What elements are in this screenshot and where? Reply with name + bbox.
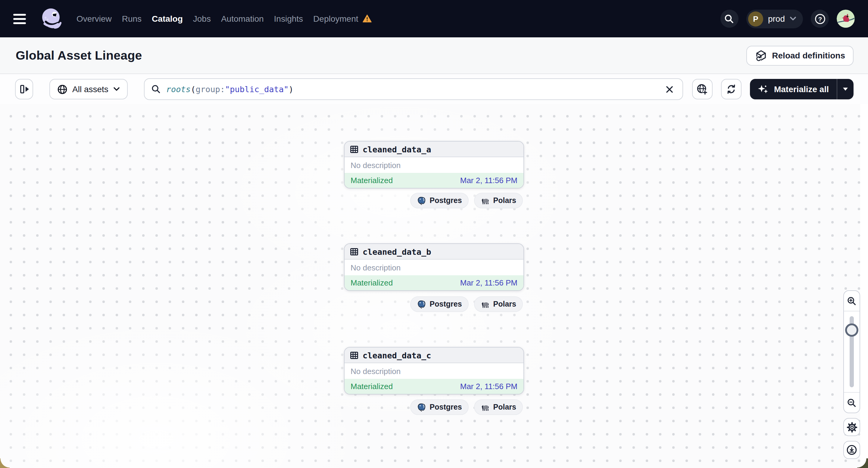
- status-badge: Materialized: [350, 176, 393, 185]
- query-close-paren: ): [288, 84, 293, 94]
- asset-name: cleaned_data_a: [363, 144, 431, 154]
- nav-item-jobs[interactable]: Jobs: [193, 14, 211, 24]
- asset-tags-row: Postgres Polars: [344, 399, 523, 415]
- deployment-initial-badge: P: [748, 11, 763, 26]
- hamburger-menu-button[interactable]: [13, 10, 31, 28]
- app-window: Overview Runs Catalog Jobs Automation In…: [0, 0, 868, 468]
- download-image-button[interactable]: [843, 441, 860, 459]
- asset-node-cleaned-data-c[interactable]: cleaned_data_c No description Materializ…: [344, 347, 524, 395]
- asset-status-bar: Materialized Mar 2, 11:56 PM: [345, 173, 523, 188]
- new-selection-tab-button[interactable]: [692, 79, 713, 99]
- nav-item-overview[interactable]: Overview: [76, 14, 112, 24]
- asset-node-header: cleaned_data_b: [345, 244, 523, 259]
- graph-settings-button[interactable]: [843, 418, 860, 436]
- zoom-slider-thumb[interactable]: [845, 323, 858, 337]
- nav-item-automation[interactable]: Automation: [221, 14, 264, 24]
- zoom-out-icon: [847, 398, 857, 407]
- asset-selection-input[interactable]: roots(group:"public_data"): [144, 78, 683, 100]
- deployment-switcher[interactable]: P prod: [746, 9, 803, 28]
- tag-label: Postgres: [430, 196, 462, 205]
- materialization-timestamp[interactable]: Mar 2, 11:56 PM: [460, 176, 518, 185]
- polars-icon: [481, 403, 490, 412]
- asset-tags-row: Postgres Polars: [344, 297, 523, 312]
- sparkles-icon: [758, 84, 769, 95]
- asset-scope-label: All assets: [72, 84, 108, 94]
- chevron-down-icon: [790, 16, 796, 21]
- top-nav-right: P prod ?: [720, 9, 855, 28]
- refresh-graph-button[interactable]: [721, 79, 742, 99]
- tag-label: Postgres: [430, 403, 462, 411]
- tag-polars[interactable]: Polars: [474, 399, 523, 415]
- polars-icon: [481, 300, 490, 309]
- octopus-logo-icon: [40, 7, 63, 30]
- help-icon: ?: [814, 13, 826, 24]
- postgres-icon: [417, 196, 426, 205]
- help-button[interactable]: ?: [811, 10, 829, 28]
- materialize-all-label: Materialize all: [774, 84, 829, 94]
- close-icon: [666, 85, 674, 93]
- zoom-in-icon: [847, 296, 857, 306]
- table-asset-icon: [350, 247, 359, 256]
- globe-plus-icon: [696, 84, 708, 95]
- asset-node-cleaned-data-a[interactable]: cleaned_data_a No description Materializ…: [344, 141, 524, 189]
- user-avatar[interactable]: [837, 10, 855, 28]
- page-header: Global Asset Lineage Reload definitions: [0, 37, 868, 74]
- warning-icon: [363, 14, 372, 23]
- reload-definitions-label: Reload definitions: [772, 51, 845, 60]
- tag-postgres[interactable]: Postgres: [410, 297, 469, 312]
- globe-icon: [57, 84, 67, 94]
- asset-scope-dropdown[interactable]: All assets: [50, 79, 128, 99]
- materialize-options-button[interactable]: [837, 79, 854, 99]
- asset-node-header: cleaned_data_a: [345, 142, 523, 157]
- materialize-all-button[interactable]: Materialize all: [750, 79, 837, 99]
- top-nav: Overview Runs Catalog Jobs Automation In…: [0, 0, 868, 37]
- query-value: "public_data": [225, 84, 288, 94]
- search-icon: [724, 13, 735, 24]
- tag-postgres[interactable]: Postgres: [410, 193, 469, 209]
- asset-node-header: cleaned_data_c: [345, 347, 523, 363]
- nav-item-runs[interactable]: Runs: [122, 14, 142, 24]
- zoom-out-button[interactable]: [844, 392, 860, 413]
- search-button[interactable]: [720, 10, 739, 28]
- zoom-slider[interactable]: [844, 311, 860, 392]
- tag-polars[interactable]: Polars: [474, 193, 523, 209]
- tag-polars[interactable]: Polars: [474, 297, 523, 312]
- table-asset-icon: [350, 145, 359, 153]
- nav-item-deployment[interactable]: Deployment: [313, 14, 358, 24]
- tag-postgres[interactable]: Postgres: [410, 399, 469, 415]
- lineage-graph-canvas[interactable]: cleaned_data_a No description Materializ…: [0, 104, 868, 468]
- postgres-icon: [417, 403, 426, 412]
- download-icon: [846, 444, 857, 455]
- asset-description: No description: [345, 157, 523, 173]
- query-function: roots: [166, 84, 191, 94]
- materialize-all-split-button: Materialize all: [750, 79, 854, 99]
- polars-icon: [481, 196, 490, 205]
- materialization-timestamp[interactable]: Mar 2, 11:56 PM: [460, 278, 518, 287]
- asset-selection-query[interactable]: roots(group:"public_data"): [166, 84, 658, 94]
- open-left-panel-button[interactable]: [15, 79, 33, 99]
- asset-node-cleaned-data-b[interactable]: cleaned_data_b No description Materializ…: [344, 243, 524, 291]
- nav-item-catalog[interactable]: Catalog: [152, 14, 183, 24]
- query-open-paren: (: [191, 84, 195, 94]
- asset-name: cleaned_data_c: [363, 350, 431, 360]
- nav-item-insights[interactable]: Insights: [274, 14, 303, 24]
- deployment-name: prod: [768, 14, 785, 24]
- search-icon: [151, 84, 161, 94]
- zoom-control-group: [843, 290, 860, 413]
- zoom-in-button[interactable]: [844, 291, 860, 311]
- primary-nav: Overview Runs Catalog Jobs Automation In…: [76, 14, 372, 24]
- materialization-timestamp[interactable]: Mar 2, 11:56 PM: [460, 382, 518, 391]
- dagster-logo[interactable]: [40, 7, 63, 30]
- right-gutter: [860, 104, 868, 468]
- reload-definitions-button[interactable]: Reload definitions: [746, 45, 854, 65]
- tag-label: Polars: [493, 300, 516, 308]
- tag-label: Polars: [493, 196, 516, 205]
- asset-status-bar: Materialized Mar 2, 11:56 PM: [345, 379, 523, 394]
- toolbar-right-group: Materialize all: [692, 79, 854, 99]
- gear-icon: [847, 422, 857, 432]
- clear-query-button[interactable]: [664, 83, 676, 95]
- asset-status-bar: Materialized Mar 2, 11:56 PM: [345, 275, 523, 290]
- svg-text:?: ?: [818, 15, 822, 22]
- query-field: group:: [195, 84, 225, 94]
- asset-tags-row: Postgres Polars: [344, 193, 523, 209]
